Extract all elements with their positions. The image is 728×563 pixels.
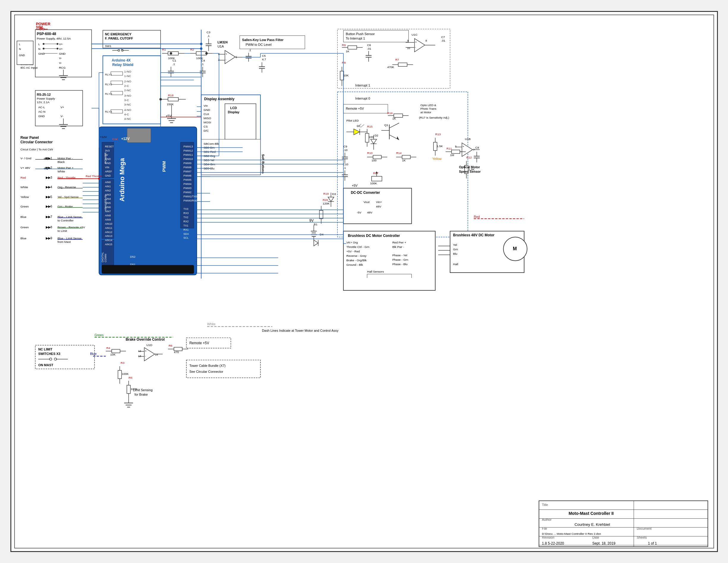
svg-text:AIN4: AIN4 — [105, 197, 111, 200]
svg-text:R6: R6 — [169, 344, 172, 347]
svg-point-588 — [98, 178, 100, 180]
svg-text:12V, 2.1A: 12V, 2.1A — [37, 100, 49, 104]
svg-text:Vin: Vin — [203, 104, 207, 107]
svg-text:1-NC: 1-NC — [124, 74, 131, 78]
svg-text:Blue: Blue — [20, 215, 26, 218]
svg-text:2-NC: 2-NC — [124, 89, 131, 92]
svg-text:3-C: 3-C — [124, 98, 129, 102]
svg-text:R19: R19 — [323, 192, 329, 195]
svg-text:AIN2: AIN2 — [105, 189, 111, 192]
svg-point-538 — [200, 43, 202, 45]
svg-text:Relay Shield: Relay Shield — [112, 63, 133, 67]
svg-text:V-: V- — [59, 56, 62, 60]
svg-text:Date: Date — [592, 536, 599, 539]
svg-text:▶▶3: ▶▶3 — [45, 176, 52, 179]
svg-text:.1: .1 — [201, 62, 204, 66]
svg-text:470K: 470K — [387, 65, 394, 69]
svg-text:Red Pwr +: Red Pwr + — [392, 241, 406, 244]
svg-text:1K: 1K — [402, 159, 406, 162]
svg-text:+: + — [415, 41, 416, 44]
svg-text:NC LIMIT: NC LIMIT — [38, 347, 52, 351]
svg-text:Yellow: Yellow — [20, 195, 29, 199]
svg-text:4-NC: 4-NC — [124, 117, 131, 120]
svg-text:R11: R11 — [446, 147, 452, 150]
svg-text:9: 9 — [407, 39, 408, 42]
svg-text:SWITCHES X3: SWITCHES X3 — [38, 352, 60, 356]
svg-rect-192 — [168, 52, 178, 55]
svg-text:C1: C1 — [172, 59, 176, 62]
svg-text:Limit Sensing: Limit Sensing — [133, 388, 152, 392]
svg-text:File: File — [542, 527, 547, 530]
svg-text:R3: R3 — [120, 361, 124, 364]
svg-text:Brushless DC Motor Controller: Brushless DC Motor Controller — [348, 234, 400, 238]
svg-text:100: 100 — [368, 135, 373, 139]
svg-text:AIN10: AIN10 — [105, 222, 112, 225]
svg-text:DIGITAL: DIGITAL — [101, 252, 104, 262]
svg-text:Author: Author — [542, 518, 552, 521]
svg-text:PWM1/TX0: PWM1/TX0 — [183, 195, 197, 198]
svg-rect-473 — [111, 349, 120, 353]
title-text: Moto-Mast Controller II — [568, 511, 614, 516]
svg-text:AIN13: AIN13 — [105, 235, 112, 238]
svg-text:IEC AC Input: IEC AC Input — [20, 66, 37, 69]
svg-text:.10: .10 — [343, 148, 348, 152]
svg-text:GND: GND — [203, 108, 210, 111]
svg-text:R14: R14 — [396, 151, 402, 155]
svg-text:Black: Black — [57, 160, 65, 163]
svg-text:.1: .1 — [172, 62, 175, 66]
svg-text:to Limit: to Limit — [57, 229, 67, 232]
svg-text:8: 8 — [425, 39, 427, 42]
svg-text:1.5K: 1.5K — [437, 144, 443, 148]
svg-text:AIN5: AIN5 — [105, 202, 111, 205]
svg-text:9V: 9V — [309, 218, 314, 223]
svg-text:CLK: CLK — [203, 112, 209, 116]
svg-text:Dash Lines Indicate at Tower M: Dash Lines Indicate at Tower Motor and C… — [262, 329, 339, 332]
svg-text:LM324: LM324 — [217, 40, 228, 44]
svg-text:AIN1: AIN1 — [105, 185, 111, 188]
svg-text:POWER: POWER — [36, 22, 51, 26]
svg-text:R10: R10 — [367, 151, 372, 155]
svg-text:U1C: U1C — [411, 33, 417, 36]
svg-text:+: + — [462, 145, 464, 148]
svg-text:N: N — [19, 48, 21, 51]
svg-text:M: M — [513, 246, 517, 251]
svg-text:1-NO: 1-NO — [124, 70, 131, 73]
svg-text:White: White — [57, 170, 65, 173]
svg-text:Document: Document — [636, 527, 651, 530]
svg-text:2-C: 2-C — [124, 84, 129, 87]
sheets-text: 1 of 1 — [648, 541, 657, 545]
svg-text:5: 5 — [455, 145, 456, 148]
svg-rect-349 — [402, 155, 410, 159]
svg-text:PWM3: PWM3 — [183, 187, 191, 190]
svg-text:N: N — [38, 47, 40, 51]
svg-point-587 — [205, 52, 207, 55]
svg-text:RCG: RCG — [59, 66, 65, 69]
svg-text:PWM2: PWM2 — [183, 191, 191, 194]
schematic-container: PSP-600-48 Power Supply, 48V, 12.5A L N … — [0, 0, 728, 563]
psp-label: PSP-600-48 — [37, 32, 56, 36]
svg-text:AIN11: AIN11 — [105, 227, 112, 229]
date-text: Sept. 18, 2019 — [592, 541, 615, 545]
svg-text:GND: GND — [105, 158, 111, 161]
svg-rect-378 — [452, 150, 460, 153]
svg-text:Vin+: Vin+ — [376, 200, 382, 204]
svg-text:GND: GND — [38, 114, 45, 118]
svg-text:RLY2: RLY2 — [105, 83, 112, 86]
svg-text:C4: C4 — [201, 59, 205, 62]
svg-text:Revision: Revision — [542, 536, 554, 539]
svg-text:V+: V+ — [59, 47, 63, 51]
svg-text:RX3: RX3 — [183, 212, 188, 215]
svg-text:Red: Red — [20, 176, 26, 179]
file-text: D:\Docu ... Moto-Mast Controller II Rev … — [542, 532, 601, 535]
svg-text:PWM5: PWM5 — [183, 178, 191, 181]
svg-text:GND: GND — [19, 54, 25, 57]
svg-text:▶▶8: ▶▶8 — [45, 225, 52, 229]
svg-text:R2: R2 — [190, 48, 194, 51]
svg-text:AC-N: AC-N — [38, 110, 45, 113]
svg-point-17 — [43, 48, 44, 50]
svg-text:+: + — [145, 350, 146, 353]
svg-text:L: L — [19, 43, 20, 46]
svg-text:TX2: TX2 — [183, 216, 188, 219]
svg-text:Vout: Vout — [364, 200, 369, 204]
svg-text:PWM12: PWM12 — [183, 149, 193, 152]
